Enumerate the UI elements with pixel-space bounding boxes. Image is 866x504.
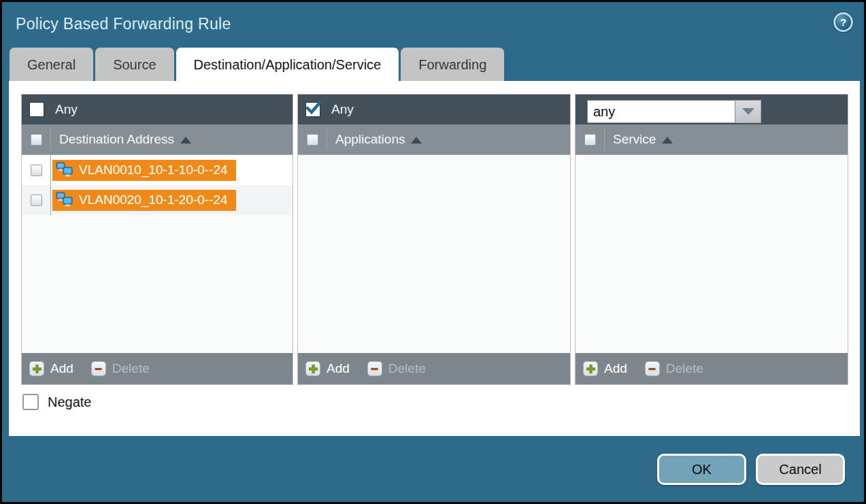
service-combo: any <box>587 100 761 123</box>
service-column: any Service Add <box>575 94 848 385</box>
applications-any-label: Any <box>331 102 354 117</box>
destination-any-bar: Any <box>22 95 293 124</box>
service-dropdown-button[interactable] <box>735 100 761 123</box>
destination-address-header[interactable]: Destination Address <box>22 124 293 155</box>
checkmark-icon <box>305 99 322 117</box>
delete-minus-icon <box>645 361 660 376</box>
applications-list <box>298 155 570 353</box>
negate-label: Negate <box>48 394 92 410</box>
destination-any-label: Any <box>55 102 78 117</box>
service-add-button[interactable]: Add <box>583 361 627 376</box>
applications-any-checkbox[interactable] <box>305 102 320 117</box>
sort-ascending-icon[interactable] <box>411 137 422 144</box>
ok-button[interactable]: OK <box>657 454 746 485</box>
service-delete-button[interactable]: Delete <box>645 361 703 376</box>
destination-add-button[interactable]: Add <box>29 361 73 376</box>
chevron-down-icon <box>742 108 754 115</box>
network-address-icon <box>56 192 73 208</box>
service-list <box>576 155 848 353</box>
destination-any-checkbox[interactable] <box>29 102 44 117</box>
page-title: Policy Based Forwarding Rule <box>16 15 231 33</box>
tab-content-panel: Any Destination Address <box>9 81 860 436</box>
address-object-vlan0010[interactable]: VLAN0010_10-1-10-0--24 <box>52 160 236 181</box>
tab-general[interactable]: General <box>10 48 93 81</box>
destination-address-list: VLAN0010_10-1-10-0--24 <box>22 155 293 353</box>
destination-row-vlan0010[interactable]: VLAN0010_10-1-10-0--24 <box>22 155 293 185</box>
tab-destination-application-service[interactable]: Destination/Application/Service <box>176 48 399 81</box>
title-bar: Policy Based Forwarding Rule ? <box>2 2 864 47</box>
row-checkbox[interactable] <box>31 165 42 176</box>
tab-strip: General Source Destination/Application/S… <box>10 48 504 81</box>
applications-column: Any Applications Add <box>297 94 571 385</box>
sort-ascending-icon[interactable] <box>662 137 673 144</box>
service-dropdown-input[interactable]: any <box>587 100 735 123</box>
delete-minus-icon <box>367 361 382 376</box>
add-plus-icon <box>583 361 598 376</box>
tab-source[interactable]: Source <box>95 48 173 81</box>
service-header[interactable]: Service <box>576 124 848 155</box>
destination-select-all-checkbox[interactable] <box>31 134 42 146</box>
applications-delete-button[interactable]: Delete <box>367 361 426 376</box>
applications-select-all-checkbox[interactable] <box>307 134 318 146</box>
service-toolbar: Add Delete <box>576 353 848 384</box>
destination-row-vlan0020[interactable]: VLAN0020_10-1-20-0--24 <box>22 185 293 215</box>
address-object-label: VLAN0010_10-1-10-0--24 <box>79 163 228 178</box>
destination-header-label: Destination Address <box>59 132 174 147</box>
policy-based-forwarding-dialog: Policy Based Forwarding Rule ? General S… <box>0 0 866 504</box>
service-dropdown-bar: any <box>576 95 848 124</box>
applications-header-label: Applications <box>335 132 405 147</box>
service-select-all-checkbox[interactable] <box>584 134 596 146</box>
applications-any-bar: Any <box>298 95 570 124</box>
cancel-button[interactable]: Cancel <box>756 454 845 485</box>
applications-header[interactable]: Applications <box>298 124 570 155</box>
destination-delete-button[interactable]: Delete <box>91 361 150 376</box>
address-object-label: VLAN0020_10-1-20-0--24 <box>79 192 228 207</box>
negate-checkbox[interactable] <box>22 394 39 410</box>
row-checkbox[interactable] <box>31 195 42 206</box>
add-plus-icon <box>29 361 44 376</box>
delete-minus-icon <box>91 361 106 376</box>
network-address-icon <box>56 162 73 178</box>
help-icon[interactable]: ? <box>833 12 853 32</box>
destination-toolbar: Add Delete <box>22 353 293 384</box>
negate-row: Negate <box>22 394 92 410</box>
tab-forwarding[interactable]: Forwarding <box>401 48 504 81</box>
applications-add-button[interactable]: Add <box>305 361 350 376</box>
add-plus-icon <box>305 361 320 376</box>
destination-address-column: Any Destination Address <box>21 94 293 385</box>
sort-ascending-icon[interactable] <box>180 137 191 144</box>
service-header-label: Service <box>613 132 656 147</box>
dialog-buttons: OK Cancel <box>657 454 845 485</box>
address-object-vlan0020[interactable]: VLAN0020_10-1-20-0--24 <box>52 190 236 211</box>
applications-toolbar: Add Delete <box>298 353 570 384</box>
